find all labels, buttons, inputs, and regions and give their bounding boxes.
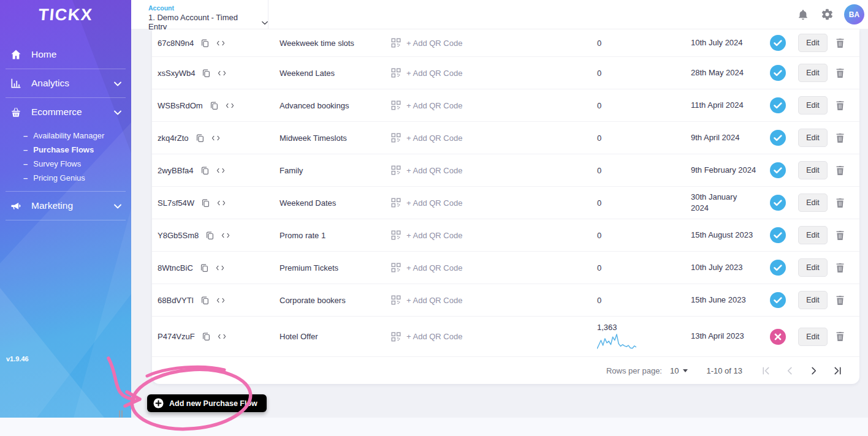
- status-active-icon: [770, 195, 786, 211]
- sidebar-item-marketing[interactable]: Marketing: [0, 192, 131, 220]
- code-icon[interactable]: [216, 166, 226, 175]
- flow-date: 10th July 2024: [678, 37, 763, 48]
- flow-name: Hotel Offer: [280, 332, 391, 341]
- add-qr-code-button[interactable]: + Add QR Code: [391, 68, 585, 78]
- copy-icon[interactable]: [200, 296, 210, 305]
- sidebar-item-analytics[interactable]: Analytics: [0, 69, 131, 97]
- copy-icon[interactable]: [196, 133, 205, 143]
- code-icon[interactable]: [218, 69, 227, 78]
- code-icon[interactable]: [216, 263, 225, 272]
- flow-count: 0: [597, 166, 601, 175]
- edit-button[interactable]: Edit: [798, 161, 828, 179]
- code-icon[interactable]: [211, 133, 221, 143]
- sidebar-item-ecommerce[interactable]: Ecommerce: [0, 98, 131, 126]
- sidebar-item-survey-flows[interactable]: Survey Flows: [23, 157, 131, 171]
- trash-icon[interactable]: [834, 164, 846, 177]
- rows-per-page-select[interactable]: 10: [670, 366, 688, 375]
- copy-icon[interactable]: [201, 198, 210, 208]
- edit-button[interactable]: Edit: [798, 291, 828, 309]
- add-qr-code-button[interactable]: + Add QR Code: [391, 332, 585, 342]
- flow-date: 15th August 2023: [678, 230, 763, 241]
- copy-icon[interactable]: [205, 231, 215, 240]
- trash-icon[interactable]: [834, 131, 846, 145]
- gear-icon[interactable]: [820, 8, 834, 21]
- trash-icon[interactable]: [834, 36, 846, 50]
- avatar[interactable]: BA: [844, 4, 864, 24]
- flow-count-cell: 0: [585, 166, 678, 175]
- sidebar-item-availability-manager[interactable]: Availability Manager: [23, 129, 131, 143]
- flow-status-cell: [763, 97, 793, 113]
- edit-button[interactable]: Edit: [798, 34, 828, 52]
- copy-icon[interactable]: [202, 69, 211, 78]
- copy-icon[interactable]: [210, 101, 219, 110]
- sidebar-item-home[interactable]: Home: [0, 40, 131, 69]
- edit-button[interactable]: Edit: [798, 194, 828, 212]
- trash-icon[interactable]: [834, 261, 846, 274]
- code-icon[interactable]: [221, 231, 230, 240]
- flow-date: 15th June 2023: [678, 295, 763, 306]
- pagination-range: 1-10 of 13: [706, 366, 742, 375]
- add-qr-label: + Add QR Code: [406, 101, 462, 110]
- flow-date: 11th April 2024: [678, 100, 763, 111]
- code-icon[interactable]: [216, 296, 226, 305]
- trash-icon[interactable]: [834, 66, 846, 80]
- sidebar-item-pricing-genius[interactable]: Pricing Genius: [23, 171, 131, 185]
- add-new-purchase-flow-button[interactable]: Add new Purchase Flow: [147, 394, 267, 412]
- edit-cell: Edit: [793, 129, 832, 147]
- edit-cell: Edit: [793, 328, 832, 346]
- first-page-button[interactable]: [761, 366, 771, 375]
- add-qr-code-button[interactable]: + Add QR Code: [391, 38, 585, 48]
- edit-button[interactable]: Edit: [798, 328, 828, 346]
- flow-name: Corporate bookers: [280, 296, 391, 305]
- edit-button[interactable]: Edit: [798, 96, 828, 115]
- flow-id-cell: 67c8N9n4: [152, 39, 280, 48]
- sidebar: TICKX Home Analytics: [0, 0, 131, 418]
- add-qr-code-button[interactable]: + Add QR Code: [391, 295, 585, 305]
- flow-status-cell: [763, 162, 793, 178]
- copy-icon[interactable]: [202, 332, 211, 341]
- flow-count-cell: 0: [585, 133, 678, 143]
- add-qr-code-button[interactable]: + Add QR Code: [391, 230, 585, 240]
- sidebar-item-purchase-flows[interactable]: Purchase Flows: [23, 143, 131, 157]
- flow-id-cell: WSBsRdOm: [152, 101, 280, 110]
- trash-icon[interactable]: [834, 293, 846, 307]
- qr-code-icon: [391, 100, 401, 110]
- flow-id-text: WSBsRdOm: [158, 101, 203, 110]
- account-selector[interactable]: Account 1. Demo Account - Timed Entry: [131, 0, 268, 29]
- code-icon[interactable]: [218, 332, 227, 341]
- previous-page-button[interactable]: [785, 366, 794, 375]
- add-qr-code-button[interactable]: + Add QR Code: [391, 133, 585, 143]
- edit-button[interactable]: Edit: [798, 129, 828, 147]
- rows-per-page-label: Rows per page:: [606, 366, 662, 375]
- edit-button[interactable]: Edit: [798, 258, 828, 277]
- copy-icon[interactable]: [200, 39, 210, 48]
- copy-icon[interactable]: [200, 166, 210, 175]
- flow-id-text: P474VzuF: [158, 332, 195, 341]
- add-qr-code-button[interactable]: + Add QR Code: [391, 198, 585, 208]
- edit-button[interactable]: Edit: [798, 64, 828, 82]
- last-page-button[interactable]: [832, 366, 842, 375]
- trash-icon[interactable]: [834, 196, 846, 209]
- code-icon[interactable]: [216, 39, 226, 48]
- add-qr-code-button[interactable]: + Add QR Code: [391, 165, 585, 175]
- trash-icon[interactable]: [834, 228, 846, 242]
- scrollbar-nub[interactable]: [119, 410, 120, 418]
- code-icon[interactable]: [217, 198, 226, 208]
- next-page-button[interactable]: [809, 366, 818, 375]
- flow-name: Premium Tickets: [280, 263, 391, 272]
- add-qr-code-button[interactable]: + Add QR Code: [391, 100, 585, 110]
- flow-id-cell: 68BdVYTl: [152, 296, 280, 305]
- flow-status-cell: [763, 227, 793, 243]
- trash-cell: [832, 330, 859, 344]
- trash-cell: [832, 293, 859, 307]
- add-qr-code-button[interactable]: + Add QR Code: [391, 263, 585, 272]
- edit-button[interactable]: Edit: [798, 226, 828, 244]
- status-active-icon: [770, 35, 786, 51]
- flow-name: Weekend Dates: [280, 198, 391, 208]
- copy-icon[interactable]: [200, 263, 209, 272]
- bell-icon[interactable]: [796, 8, 810, 21]
- trash-icon[interactable]: [834, 330, 846, 344]
- trash-icon[interactable]: [834, 99, 846, 112]
- code-icon[interactable]: [226, 101, 235, 110]
- edit-cell: Edit: [793, 161, 832, 179]
